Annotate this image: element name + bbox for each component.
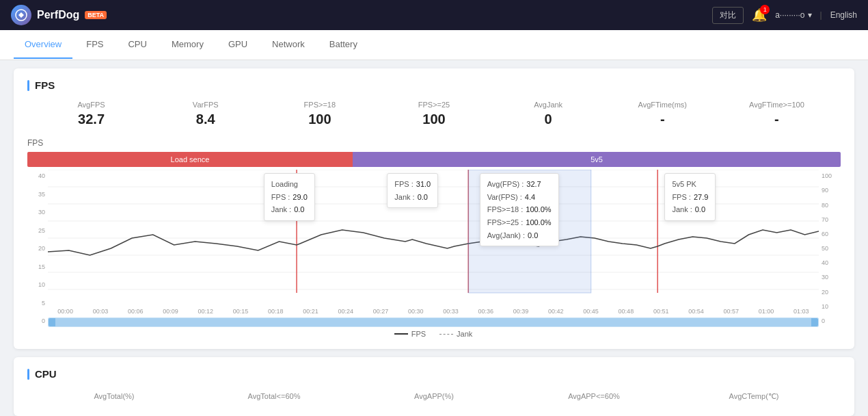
avg-ftime100-stat: AvgFTime>=100 - xyxy=(720,101,834,127)
segment-5v5: 5v5 xyxy=(353,152,841,167)
avg-ftime-label: AvgFTime(ms) xyxy=(606,101,720,109)
cpu-avg-total-60-stat: AvgTotal<=60% xyxy=(194,392,354,402)
cpu-avg-total-60-label: AvgTotal<=60% xyxy=(194,392,354,400)
y-axis-right: 0 10 20 30 40 50 60 70 80 90 100 xyxy=(819,170,841,338)
cpu-avg-app-label: AvgAPP(%) xyxy=(354,392,514,400)
cpu-avg-app-60-label: AvgAPP<=60% xyxy=(514,392,674,400)
var-fps-value: 8.4 xyxy=(148,112,262,127)
divider: | xyxy=(820,10,822,20)
tooltip-center: FPS : 31.0 Jank : 0.0 xyxy=(387,173,438,208)
legend-jank: Jank xyxy=(439,330,472,338)
avg-jank-value: 0 xyxy=(491,112,606,127)
cpu-stats-row: AvgTotal(%) AvgTotal<=60% AvgAPP(%) AvgA… xyxy=(27,389,841,405)
fps18-label: FPS>=18 xyxy=(262,101,377,109)
scroll-handle-right[interactable] xyxy=(811,318,818,326)
nav-network[interactable]: Network xyxy=(261,31,316,59)
cpu-avg-total-label: AvgTotal(%) xyxy=(34,392,194,400)
legend-jank-label: Jank xyxy=(457,330,472,338)
avg-fps-value: 32.7 xyxy=(34,112,148,127)
header: PerfDog BETA 对比 🔔 1 a·········o ▾ | Engl… xyxy=(0,0,868,30)
y-axis-left: 0 5 10 15 20 25 30 35 40 xyxy=(27,170,48,338)
chart-inner[interactable]: Loading FPS : 29.0 Jank : 0.0 FPS : 31.0… xyxy=(48,170,819,338)
chart-wrapper: 0 5 10 15 20 25 30 35 40 xyxy=(27,170,841,338)
fps18-stat: FPS>=18 100 xyxy=(262,101,377,127)
fps18-value: 100 xyxy=(262,112,377,127)
cpu-avg-total-stat: AvgTotal(%) xyxy=(34,392,194,402)
dropdown-arrow: ▾ xyxy=(808,10,812,20)
legend-jank-line xyxy=(439,334,453,335)
beta-badge: BETA xyxy=(85,11,107,19)
compare-button[interactable]: 对比 xyxy=(712,7,744,24)
fps-card: FPS AvgFPS 32.7 VarFPS 8.4 FPS>=18 100 F… xyxy=(14,68,854,349)
nav-gpu[interactable]: GPU xyxy=(217,31,258,59)
nav-cpu[interactable]: CPU xyxy=(117,31,157,59)
header-left: PerfDog BETA xyxy=(11,5,107,25)
legend-fps-label: FPS xyxy=(411,330,426,338)
cpu-avg-ctemp-stat: AvgCTemp(℃) xyxy=(674,392,834,402)
avg-jank-stat: AvgJank 0 xyxy=(491,101,606,127)
avg-jank-label: AvgJank xyxy=(491,101,606,109)
tooltip-selection: Avg(FPS) : 32.7 Var(FPS) : 4.4 FPS>=18 :… xyxy=(480,173,559,246)
fps25-stat: FPS>=25 100 xyxy=(377,101,491,127)
user-info[interactable]: a·········o ▾ xyxy=(775,10,811,20)
tooltip-pvp: 5v5 PK FPS : 27.9 Jank : 0.0 xyxy=(664,173,716,221)
tooltip-loading: Loading FPS : 29.0 Jank : 0.0 xyxy=(264,173,315,221)
cpu-avg-app-60-stat: AvgAPP<=60% xyxy=(514,392,674,402)
fps25-value: 100 xyxy=(377,112,491,127)
cpu-avg-app-stat: AvgAPP(%) xyxy=(354,392,514,402)
legend-fps: FPS xyxy=(394,330,426,338)
logo-text: PerfDog xyxy=(37,9,79,21)
x-axis-labels: 00:00 00:03 00:06 00:09 00:12 00:15 00:1… xyxy=(48,307,819,315)
avg-fps-stat: AvgFPS 32.7 xyxy=(34,101,148,127)
logo-icon xyxy=(11,5,31,25)
legend-fps-line xyxy=(394,333,408,335)
user-name: a·········o xyxy=(775,10,804,20)
avg-ftime-stat: AvgFTime(ms) - xyxy=(606,101,720,127)
avg-ftime100-label: AvgFTime>=100 xyxy=(720,101,834,109)
chart-legend: FPS Jank xyxy=(48,330,819,338)
scroll-handle-left[interactable] xyxy=(49,318,55,326)
cpu-section-title: CPU xyxy=(27,368,841,380)
language-selector[interactable]: English xyxy=(830,10,857,20)
scroll-thumb xyxy=(49,318,818,326)
main-content: FPS AvgFPS 32.7 VarFPS 8.4 FPS>=18 100 F… xyxy=(0,60,868,416)
chart-scrollbar[interactable] xyxy=(48,317,819,327)
segment-bar: Load sence 5v5 xyxy=(27,152,841,167)
avg-ftime100-value: - xyxy=(720,112,834,127)
notification-button[interactable]: 🔔 1 xyxy=(752,8,767,23)
var-fps-stat: VarFPS 8.4 xyxy=(148,101,262,127)
cpu-card: CPU AvgTotal(%) AvgTotal<=60% AvgAPP(%) … xyxy=(14,357,854,416)
nav-battery[interactable]: Battery xyxy=(318,31,368,59)
chart-title: FPS xyxy=(27,138,841,148)
nav-memory[interactable]: Memory xyxy=(161,31,215,59)
nav-overview[interactable]: Overview xyxy=(14,31,72,59)
fps-section-title: FPS xyxy=(27,79,841,91)
fps25-label: FPS>=25 xyxy=(377,101,491,109)
cpu-avg-ctemp-label: AvgCTemp(℃) xyxy=(674,392,834,401)
notification-count: 1 xyxy=(760,5,770,14)
segment-load: Load sence xyxy=(27,152,353,167)
header-right: 对比 🔔 1 a·········o ▾ | English xyxy=(712,7,857,24)
var-fps-label: VarFPS xyxy=(148,101,262,109)
nav-bar: Overview FPS CPU Memory GPU Network Batt… xyxy=(0,30,868,60)
avg-ftime-value: - xyxy=(606,112,720,127)
fps-stats-row: AvgFPS 32.7 VarFPS 8.4 FPS>=18 100 FPS>=… xyxy=(27,101,841,127)
nav-fps[interactable]: FPS xyxy=(75,31,114,59)
avg-fps-label: AvgFPS xyxy=(34,101,148,109)
